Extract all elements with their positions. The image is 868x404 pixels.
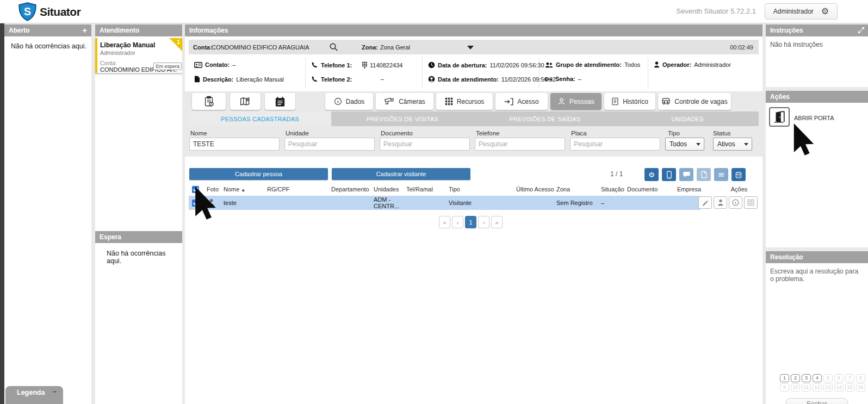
zone-label: Zona:	[362, 44, 378, 51]
table-row[interactable]: teste ADM - CENTR... Visitante Sem Regis…	[189, 196, 759, 210]
account-bar: Conta: CONDOMINIO EDIFICO ARAGUAIA Zona:…	[189, 40, 759, 54]
panel-aberto: Aberto + Não há ocorrências aqui.	[4, 24, 91, 404]
page-next-button[interactable]: ›	[478, 216, 489, 228]
filter-status-value: Ativos	[717, 140, 735, 148]
fechar-button[interactable]: Fechar	[786, 398, 848, 404]
subtab-previsoes-saidas[interactable]: PREVISÕES DE SAÍDAS	[474, 111, 616, 126]
filter-telefone-input[interactable]	[475, 138, 565, 151]
keypad-2[interactable]: 2	[791, 374, 800, 382]
tab-acesso[interactable]: Acesso	[495, 93, 548, 110]
edit-person-button[interactable]	[698, 196, 712, 209]
page-last-button[interactable]: »	[491, 216, 503, 228]
info-circle-icon	[732, 199, 739, 206]
col-zona[interactable]: Zona	[556, 186, 601, 192]
filter-tipo-select[interactable]: Todos	[665, 138, 704, 151]
col-unidades[interactable]: Unidades	[374, 186, 406, 192]
legenda-bar[interactable]: Legenda –	[5, 386, 63, 404]
tab-historico[interactable]: Histórico	[604, 93, 655, 110]
envelope-icon: ✉	[718, 171, 724, 179]
select-all-checkbox[interactable]	[192, 186, 199, 193]
keypad-11: 11	[802, 383, 811, 391]
occurrence-card[interactable]: 1 Liberação Manual Administrador Conta: …	[95, 38, 182, 74]
info-button[interactable]	[729, 196, 742, 209]
page-first-button[interactable]: «	[439, 216, 450, 228]
schedule-button[interactable]	[731, 168, 746, 181]
svg-text:S: S	[24, 5, 31, 17]
page-indicator: 1 / 1	[610, 170, 623, 178]
email-button[interactable]: ✉	[714, 168, 728, 181]
page-prev-button[interactable]: ‹	[452, 216, 463, 228]
col-empresa[interactable]: Empresa	[677, 186, 720, 192]
info-col-5: Operador: Administrador	[648, 57, 759, 89]
keypad-1[interactable]: 1	[780, 374, 789, 382]
filter-placa-input[interactable]	[570, 138, 660, 151]
administrator-menu-button[interactable]: Administrador ⚙	[765, 3, 838, 20]
id-card-icon	[194, 62, 202, 68]
col-documento[interactable]: Documento	[627, 186, 677, 192]
credentials-button[interactable]	[744, 196, 758, 209]
board-button[interactable]	[265, 93, 295, 110]
keypad-10: 10	[791, 383, 800, 391]
keypad-9: 9	[780, 383, 789, 391]
info-field-abertura: Data de abertura: 11/02/2026 09:56:30	[428, 61, 544, 69]
filter-nome-input[interactable]	[189, 138, 280, 151]
telefone1-value-wrap: 1140822434	[362, 61, 402, 69]
document-icon	[194, 76, 200, 83]
key-icon	[545, 77, 553, 82]
cadastrar-pessoa-button[interactable]: Cadastrar pessoa	[189, 168, 328, 180]
keypad-3[interactable]: 3	[802, 374, 811, 382]
col-situacao[interactable]: Situação	[601, 186, 627, 192]
search-icon[interactable]	[329, 42, 338, 52]
keypad-icon	[362, 61, 368, 69]
filter-documento-label: Documento	[381, 130, 413, 136]
chat-button[interactable]	[679, 168, 693, 181]
telefone1-value: 1140822434	[370, 62, 402, 69]
settings-button[interactable]: ⚙	[644, 168, 659, 181]
vehicle-icon	[661, 97, 671, 105]
panel-atendimento-title: Atendimento	[100, 27, 139, 34]
row-checkbox[interactable]	[192, 200, 199, 207]
resolution-textarea[interactable]	[770, 268, 864, 327]
tab-dados[interactable]: Dados	[325, 93, 373, 110]
filter-documento-input[interactable]	[380, 138, 470, 151]
zone-dropdown-caret-icon[interactable]	[467, 46, 474, 49]
tab-pessoas[interactable]: Pessoas	[550, 93, 602, 110]
col-telramal[interactable]: Tel/Ramal	[406, 186, 449, 192]
occurrence-report-button[interactable]	[192, 93, 226, 110]
col-departamento[interactable]: Departamento	[331, 186, 374, 192]
keypad-4[interactable]: 4	[813, 374, 822, 382]
pagination: « ‹ 1 › »	[439, 216, 503, 228]
topbar: S Situator Seventh Situator 5.72.2.1 Adm…	[0, 0, 868, 23]
col-tipo[interactable]: Tipo	[449, 186, 516, 192]
subtab-pessoas-cadastradas[interactable]: PESSOAS CADASTRADAS	[189, 111, 331, 126]
senha-value: –	[578, 76, 581, 82]
person-icon	[557, 97, 566, 105]
map-button[interactable]	[230, 93, 261, 110]
tab-recursos-label: Recursos	[457, 98, 485, 105]
clock-icon	[428, 61, 435, 69]
filter-nome-label: Nome	[190, 130, 207, 136]
person-details-button[interactable]	[714, 196, 727, 209]
info-col-4: Grupo de atendimento: Todos Senha: –	[540, 57, 648, 89]
page-1-button[interactable]: 1	[465, 216, 476, 228]
cadastrar-visitante-button[interactable]: Cadastrar visitante	[332, 168, 470, 180]
abrir-porta-button[interactable]	[769, 107, 790, 127]
subtab-unidades[interactable]: UNIDADES	[616, 111, 759, 126]
left-edge-strip	[0, 23, 4, 404]
filter-status-select[interactable]: Ativos	[713, 138, 752, 151]
filter-unidade-input[interactable]	[284, 138, 375, 151]
add-occurrence-button[interactable]: +	[82, 24, 87, 36]
filter-tipo-value: Todos	[669, 140, 687, 148]
mobile-device-button[interactable]	[662, 168, 676, 181]
tab-cameras[interactable]: Câmeras	[376, 93, 433, 110]
minimize-icon[interactable]: –	[53, 388, 57, 395]
expand-icon[interactable]	[858, 27, 865, 34]
col-nome[interactable]: Nome▲	[224, 186, 267, 192]
col-ultimo-acesso[interactable]: Último Acesso	[516, 186, 556, 192]
tab-recursos[interactable]: Recursos	[436, 93, 493, 110]
map-icon	[240, 96, 251, 107]
document-export-button[interactable]	[697, 168, 711, 181]
tab-controle-vagas[interactable]: Controle de vagas	[658, 93, 731, 110]
col-rgcpf[interactable]: RG/CPF	[267, 186, 331, 192]
subtab-previsoes-visitas[interactable]: PREVISÕES DE VISITAS	[331, 111, 474, 126]
